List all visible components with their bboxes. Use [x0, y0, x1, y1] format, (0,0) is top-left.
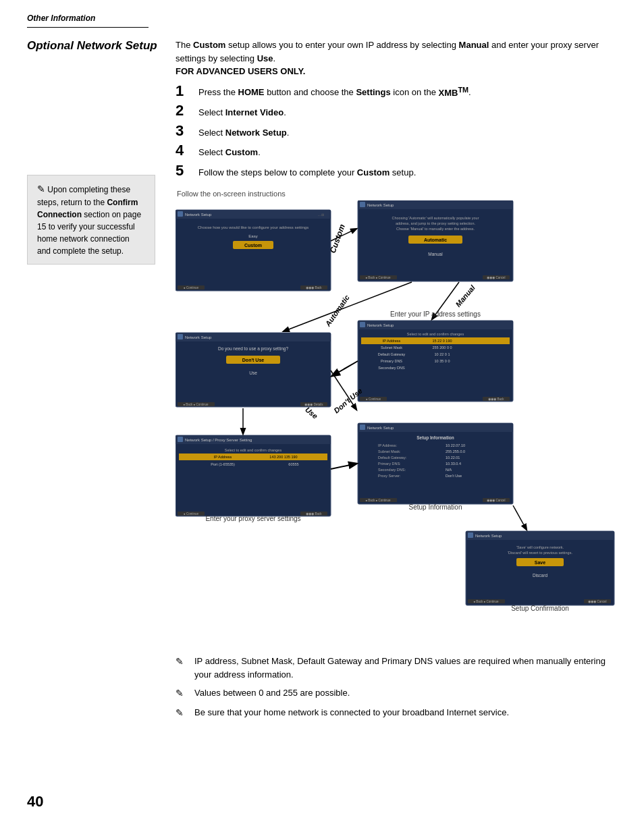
- svg-text:Use: Use: [249, 370, 257, 375]
- svg-text:Choose how you would like to c: Choose how you would like to configure y…: [198, 225, 308, 229]
- svg-text:◉◉◉ Back: ◉◉◉ Back: [306, 286, 322, 290]
- pencil-icon-3: ✎: [176, 706, 190, 720]
- left-column: Optional Network Setup ✎ Upon completing…: [27, 38, 176, 725]
- note-pencil-icon: ✎: [37, 184, 45, 194]
- step-text-1: Press the HOME button and choose the Set…: [198, 84, 471, 99]
- follow-instructions-label: Follow the on-screen instructions: [177, 190, 621, 198]
- svg-line-119: [332, 361, 358, 376]
- step-num-4: 4: [176, 143, 194, 158]
- step-text-3: Select Network Setup.: [198, 126, 289, 140]
- svg-text:Network Setup: Network Setup: [367, 426, 394, 430]
- svg-text:Manual: Manual: [428, 252, 443, 256]
- svg-rect-99: [466, 531, 614, 605]
- svg-text:◉◉◉ Cancel: ◉◉◉ Cancel: [487, 499, 505, 502]
- step-text-5: Follow the steps below to complete your …: [198, 166, 416, 180]
- svg-text:Use: Use: [304, 406, 319, 420]
- right-column: The Custom setup allows you to enter you…: [176, 38, 621, 725]
- step-text-4: Select Custom.: [198, 146, 261, 159]
- svg-line-124: [331, 464, 356, 469]
- other-info-label: Other Information: [27, 13, 617, 23]
- svg-text:Network Setup: Network Setup: [475, 534, 502, 538]
- svg-rect-68: [179, 454, 327, 460]
- svg-rect-3: [178, 211, 183, 217]
- svg-text:◉◉◉ Cancel: ◉◉◉ Cancel: [588, 600, 606, 603]
- screen7-group: Network Setup 'Save' will configure netw…: [466, 531, 614, 605]
- svg-text:Default Gateway:: Default Gateway:: [378, 456, 407, 460]
- svg-rect-29: [176, 333, 331, 407]
- svg-rect-80: [360, 424, 365, 430]
- svg-text:Manual: Manual: [454, 283, 477, 308]
- bottom-note-2: ✎ Values between 0 and 255 are possible.: [176, 686, 621, 701]
- svg-text:address, and jump to the proxy: address, and jump to the proxy setting s…: [396, 221, 475, 225]
- svg-text:◉◉◉ Cancel: ◉◉◉ Cancel: [487, 276, 505, 279]
- svg-rect-17: [360, 202, 365, 207]
- step-num-3: 3: [176, 123, 194, 138]
- svg-text:255  200   0    0: 255 200 0 0: [432, 346, 452, 350]
- svg-text:Select to edit and confirm cha: Select to edit and confirm changes: [407, 332, 464, 336]
- bottom-note-1: ✎ IP address, Subnet Mask, Default Gatew…: [176, 655, 621, 681]
- bottom-note-text-2: Values between 0 and 255 are possible.: [194, 686, 350, 700]
- step-3: 3 Select Network Setup.: [176, 123, 621, 140]
- svg-text:Custom: Custom: [244, 243, 262, 248]
- svg-text:10    35    0    0: 10 35 0 0: [435, 359, 450, 363]
- bottom-notes: ✎ IP address, Subnet Mask, Default Gatew…: [176, 655, 621, 720]
- svg-text:Primary DNS: Primary DNS: [381, 359, 402, 363]
- screen3-group: Network Setup Do you need to use a proxy…: [176, 333, 331, 407]
- svg-text:Select to edit and confirm cha: Select to edit and confirm changes: [225, 448, 282, 452]
- svg-text:10.33.0.4: 10.33.0.4: [446, 462, 461, 466]
- svg-text:● Continue: ● Continue: [366, 397, 381, 401]
- steps-list: 1 Press the HOME button and choose the S…: [176, 84, 621, 180]
- step-5: 5 Follow the steps below to complete you…: [176, 163, 621, 180]
- screen4-group: Network Setup Select to edit and confirm…: [358, 321, 513, 402]
- svg-rect-45: [360, 322, 365, 327]
- svg-text:10.22.07.10: 10.22.07.10: [446, 443, 465, 447]
- diagram-svg: Network Setup ....⊞ Choose how you would…: [176, 200, 621, 632]
- screen5-group: Network Setup / Proxy Server Setting Sel…: [176, 435, 331, 516]
- divider: [27, 27, 149, 28]
- svg-text:Network Setup / Proxy Server S: Network Setup / Proxy Server Setting: [185, 438, 252, 442]
- svg-text:● Continue: ● Continue: [184, 286, 198, 290]
- svg-text:10    22    0    1: 10 22 0 1: [435, 352, 450, 356]
- svg-text:◉◉◉ Details: ◉◉◉ Details: [304, 403, 323, 406]
- svg-text:Choose 'Manual' to manually en: Choose 'Manual' to manually enter the ad…: [396, 227, 475, 231]
- svg-text:15    22    0    190: 15 22 0 190: [432, 339, 452, 343]
- svg-text:Setup Information: Setup Information: [409, 503, 462, 511]
- svg-text:Setup Confirmation: Setup Confirmation: [511, 605, 569, 612]
- svg-text:Choosing 'Automatic' will auto: Choosing 'Automatic' will automatically …: [392, 216, 479, 220]
- svg-text:Port (1-65535): Port (1-65535): [211, 462, 235, 466]
- svg-text:Setup Information: Setup Information: [417, 435, 454, 441]
- svg-rect-0: [176, 210, 331, 291]
- note-text: Upon completing these steps, return to t…: [37, 185, 141, 256]
- svg-text:....⊞: ....⊞: [317, 213, 324, 217]
- page-container: Other Information Optional Network Setup…: [0, 0, 644, 824]
- bottom-note-text-1: IP address, Subnet Mask, Default Gateway…: [194, 655, 621, 681]
- svg-text:Network Setup: Network Setup: [185, 335, 212, 339]
- step-1: 1 Press the HOME button and choose the S…: [176, 84, 621, 100]
- svg-text:Automatic: Automatic: [424, 238, 447, 242]
- svg-text:Primary DNS:: Primary DNS:: [378, 462, 401, 466]
- svg-text:Secondary DNS:: Secondary DNS:: [378, 468, 406, 472]
- screen2-group: Network Setup Choosing 'Automatic' will …: [358, 200, 513, 281]
- svg-text:IP Address: IP Address: [383, 339, 401, 343]
- svg-text:60555: 60555: [288, 462, 298, 466]
- step-num-2: 2: [176, 103, 194, 118]
- svg-text:● Back ● Continue: ● Back ● Continue: [183, 403, 209, 406]
- svg-text:◉◉◉ Back: ◉◉◉ Back: [488, 397, 504, 401]
- svg-text:Do you need to use a proxy set: Do you need to use a proxy setting?: [218, 346, 288, 352]
- svg-rect-102: [468, 532, 473, 538]
- step-text-2: Select Internet Video.: [198, 106, 286, 119]
- svg-text:◉◉◉ Back: ◉◉◉ Back: [306, 512, 322, 516]
- svg-text:'Save' will configure network.: 'Save' will configure network.: [516, 545, 564, 549]
- svg-rect-65: [178, 437, 183, 442]
- svg-text:IP Address: IP Address: [214, 455, 232, 459]
- screen6-group: Network Setup Setup Information IP Addre…: [358, 423, 513, 504]
- content-row: Optional Network Setup ✎ Upon completing…: [27, 38, 617, 725]
- bottom-note-text-3: Be sure that your home network is connec…: [194, 706, 509, 719]
- svg-text:Secondary DNS: Secondary DNS: [378, 366, 405, 370]
- svg-text:'Discard' will revert to previ: 'Discard' will revert to previous settin…: [508, 551, 572, 555]
- pencil-icon-1: ✎: [176, 655, 190, 669]
- svg-text:Network Setup: Network Setup: [185, 213, 212, 217]
- svg-text:Don't Use: Don't Use: [446, 474, 462, 478]
- svg-text:● Back ● Continue: ● Back ● Continue: [365, 276, 391, 279]
- screen1-group: Network Setup ....⊞ Choose how you would…: [176, 210, 331, 291]
